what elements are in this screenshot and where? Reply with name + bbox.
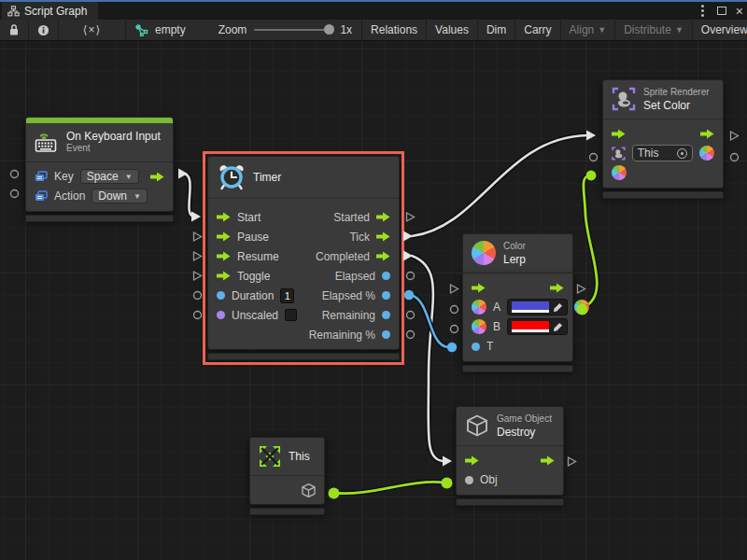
color-a-field[interactable] [507, 299, 568, 315]
flow-arrow-icon [217, 212, 231, 222]
lerp-a-port[interactable] [448, 303, 460, 315]
flow-arrow-icon [541, 455, 555, 466]
color-b-swatch[interactable] [512, 321, 549, 332]
timer-icon [218, 163, 246, 191]
lerp-t-port[interactable] [445, 341, 458, 354]
maximize-icon[interactable] [717, 7, 726, 15]
setcolor-color-port[interactable] [585, 169, 598, 182]
setcolor-flow-row [603, 124, 723, 144]
align-button[interactable]: Align▼ [561, 20, 616, 40]
color-wheel-icon [612, 165, 627, 180]
sprite-renderer-mini-icon [612, 147, 626, 161]
eyedropper-icon[interactable] [553, 322, 563, 332]
setcolor-target-row: This [603, 144, 723, 163]
value-dot [217, 291, 225, 300]
node-title: Lerp [503, 253, 526, 266]
this-output-port[interactable] [327, 486, 341, 500]
timer-unscaled-port[interactable] [191, 309, 204, 321]
lock-button[interactable] [0, 20, 29, 40]
node-destroy[interactable]: Game Object Destroy Obj [456, 406, 564, 506]
duration-input[interactable]: 1 [280, 288, 294, 303]
zoom-label: Zoom [218, 23, 247, 36]
values-button[interactable]: Values [427, 20, 478, 40]
relations-button[interactable]: Relations [362, 20, 427, 40]
tab-script-graph[interactable]: Script Graph [2, 2, 98, 20]
setcolor-flow-in-port[interactable] [585, 129, 598, 142]
timer-completed-port[interactable] [402, 249, 415, 262]
color-b-field[interactable] [507, 318, 568, 335]
dim-button[interactable]: Dim [478, 20, 515, 40]
flow-arrow-icon [150, 172, 164, 182]
timer-tick-port[interactable] [402, 230, 415, 243]
keyboard-icon [35, 131, 59, 153]
destroy-obj-port[interactable] [440, 476, 454, 490]
setcolor-target-port[interactable] [587, 151, 599, 163]
lerp-flow-out-port[interactable] [575, 283, 587, 295]
destroy-flow-out-port[interactable] [566, 455, 578, 468]
timer-elapsed-pct-port[interactable] [402, 288, 416, 301]
lerp-flow-row [463, 278, 572, 298]
timer-pause-port[interactable] [191, 231, 204, 243]
target-object-field[interactable]: This [632, 145, 693, 161]
distribute-button[interactable]: Distribute▼ [615, 20, 693, 40]
timer-row-toggle-elapsed: Toggle Elapsed [208, 266, 399, 286]
node-footer [25, 215, 174, 222]
flow-arrow-icon [376, 251, 390, 261]
timer-remaining-port[interactable] [404, 309, 416, 321]
node-set-color[interactable]: Sprite Renderer Set Color This [602, 79, 724, 199]
graph-status-label: empty [155, 23, 186, 36]
setcolor-flow-out-port[interactable] [728, 130, 740, 142]
key-label: Key [54, 170, 74, 183]
zoom-slider-knob[interactable] [324, 24, 334, 35]
keyboard-trigger-port[interactable] [176, 167, 190, 180]
lerp-result-port[interactable] [575, 302, 589, 316]
timer-row-resume-completed: Resume Completed [208, 246, 399, 266]
key-dropdown[interactable]: Space▼ [80, 169, 139, 184]
setcolor-out-port[interactable] [728, 151, 740, 163]
timer-started-port[interactable] [404, 211, 416, 223]
setcolor-color-row [603, 163, 723, 183]
action-dropdown[interactable]: Down▼ [92, 189, 148, 203]
info-button[interactable] [29, 20, 59, 40]
value-dot [472, 343, 480, 351]
close-icon[interactable]: × [736, 5, 743, 18]
timer-remaining-pct-port[interactable] [404, 329, 416, 341]
code-preview-button[interactable]: ⟨×⟩ [59, 20, 126, 40]
timer-row-remainingpct: Remaining % [208, 325, 399, 344]
timer-elapsed-port[interactable] [404, 270, 416, 282]
lerp-b-row: B [463, 317, 572, 337]
node-on-keyboard-input[interactable]: On Keyboard Input Event Key Space▼ Actio… [25, 117, 174, 222]
lock-icon [8, 23, 20, 36]
keyboard-action-port[interactable] [8, 188, 21, 200]
zoom-value: 1x [340, 23, 352, 36]
carry-button[interactable]: Carry [515, 20, 560, 40]
node-timer[interactable]: Timer Start Started Pause Tick Resume Co… [207, 156, 400, 360]
lerp-flow-in-port[interactable] [448, 283, 460, 295]
overview-button[interactable]: Overview [693, 20, 747, 40]
timer-duration-port[interactable] [191, 289, 204, 301]
color-a-swatch[interactable] [512, 301, 549, 313]
keyboard-key-port[interactable] [8, 168, 21, 180]
node-this[interactable]: This [249, 437, 325, 515]
destroy-flow-in-port[interactable] [441, 455, 454, 468]
flow-arrow-icon [465, 455, 479, 466]
timer-resume-port[interactable] [191, 250, 204, 262]
node-subtitle: Event [66, 143, 161, 155]
eyedropper-icon[interactable] [553, 302, 563, 313]
menu-dots-icon[interactable] [701, 9, 704, 12]
zoom-slider[interactable] [254, 29, 332, 31]
timer-toggle-port[interactable] [191, 270, 204, 282]
lerp-t-row: T [463, 337, 572, 357]
toolbar-left-group: ⟨×⟩ [0, 20, 126, 40]
lerp-b-port[interactable] [448, 323, 460, 335]
enum-icon [35, 171, 48, 183]
value-dot [382, 311, 390, 319]
unscaled-checkbox[interactable] [285, 309, 297, 321]
node-category: Sprite Renderer [643, 87, 710, 99]
color-wheel-icon [699, 146, 714, 161]
window-controls: × [698, 2, 743, 20]
graph-status-icon [135, 24, 148, 36]
object-picker-icon[interactable] [677, 148, 687, 159]
node-color-lerp[interactable]: Color Lerp A [462, 233, 573, 372]
timer-start-port[interactable] [190, 210, 203, 223]
